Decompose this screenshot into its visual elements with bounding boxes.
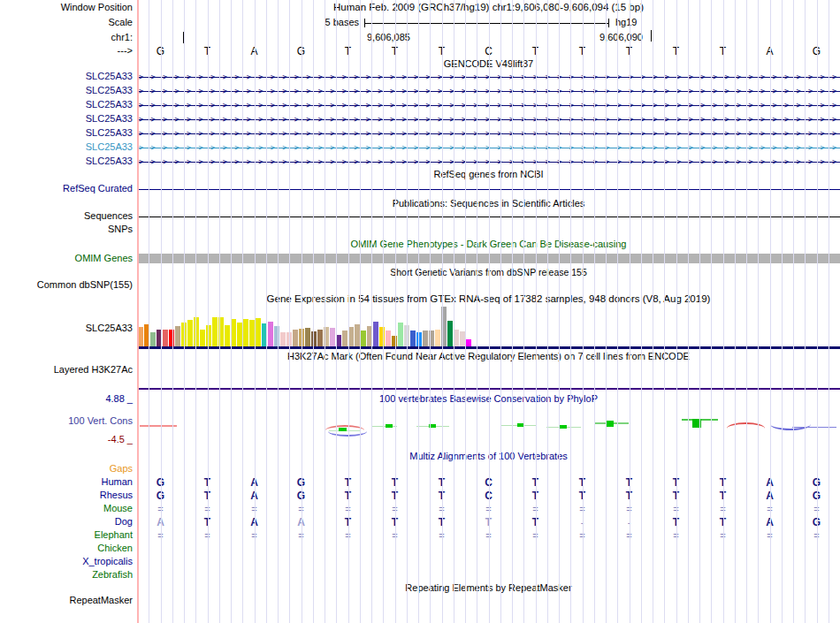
gtex-tissue-bar <box>410 330 416 346</box>
gridline <box>289 0 290 623</box>
conservation-label[interactable]: 100 Vert. Cons <box>0 415 133 427</box>
gridline <box>195 0 196 623</box>
gridline <box>559 0 560 623</box>
gridline <box>805 0 806 623</box>
gridline <box>161 0 162 623</box>
gtex-gene-label[interactable]: SLC25A33 <box>0 323 133 334</box>
gencode-gene-label[interactable]: SLC25A33 <box>0 99 133 110</box>
gridline <box>547 0 548 623</box>
gridline <box>371 0 372 623</box>
gridline <box>500 0 501 623</box>
gtex-tissue-bar <box>423 330 428 346</box>
gtex-tissue-bar <box>317 330 323 346</box>
gridline <box>570 0 571 623</box>
gridline <box>793 0 794 623</box>
gtex-tissue-bar <box>305 328 310 346</box>
gridline <box>630 0 630 623</box>
gencode-gene-label[interactable]: SLC25A33 <box>0 85 133 96</box>
gridline <box>817 0 818 623</box>
gridline <box>711 0 712 623</box>
gencode-gene-label[interactable]: SLC25A33 <box>0 71 133 82</box>
gridline <box>782 0 783 623</box>
gencode-gene-label[interactable]: SLC25A33 <box>0 113 133 125</box>
gridline <box>829 0 829 623</box>
gridline <box>653 0 653 623</box>
scale-assembly: hg19 <box>615 17 637 27</box>
gridline <box>407 0 408 623</box>
gridline <box>746 0 747 623</box>
gtex-tissue-bar <box>187 320 193 346</box>
multiz-species-label[interactable]: X_tropicalis <box>0 556 133 567</box>
gtex-tissue-bar <box>293 330 298 346</box>
gridline <box>184 0 185 623</box>
gtex-tissue-bar <box>330 328 335 346</box>
gridline <box>477 0 477 623</box>
multiz-species-label[interactable]: Mouse <box>0 503 133 514</box>
gridline <box>512 0 513 623</box>
gridline <box>336 0 337 623</box>
gtex-tissue-bar <box>175 326 180 346</box>
gridline <box>770 0 771 623</box>
gtex-tissue-bar <box>200 330 205 346</box>
gridline <box>255 0 256 623</box>
gridline <box>617 0 618 623</box>
gtex-tissue-bar <box>150 332 156 346</box>
gridline <box>735 0 736 623</box>
snps-label[interactable]: SNPs <box>0 224 133 235</box>
gencode-gene-label[interactable]: SLC25A33 <box>0 141 133 153</box>
gtex-tissue-bar <box>274 326 279 346</box>
gridline <box>523 0 524 623</box>
omim-genes-label[interactable]: OMIM Genes <box>0 253 133 264</box>
gridline <box>583 0 584 623</box>
gtex-tissue-bar <box>280 332 286 346</box>
phylop-segment <box>560 425 567 429</box>
scale-bar-right-tick <box>608 19 609 27</box>
gridline <box>313 0 314 623</box>
multiz-species-label[interactable]: Zebrafish <box>0 569 133 581</box>
multiz-species-label[interactable]: Gaps <box>0 463 133 475</box>
gtex-tissue-bar <box>373 322 378 346</box>
gtex-tissue-bar <box>163 330 168 346</box>
conservation-max-value: 4.88 _ <box>0 393 133 405</box>
gtex-tissue-bar <box>447 321 453 346</box>
sequences-label[interactable]: Sequences <box>0 210 133 222</box>
gtex-tissue-bar <box>243 319 248 346</box>
gridline <box>664 0 665 623</box>
gridline <box>442 0 443 623</box>
multiz-species-label[interactable]: Chicken <box>0 543 133 554</box>
scale-label: Scale <box>0 17 133 28</box>
gencode-gene-label[interactable]: SLC25A33 <box>0 156 133 167</box>
window-left-edge-guide <box>137 0 139 623</box>
gridline <box>149 0 149 623</box>
h3k27ac-label[interactable]: Layered H3K27Ac <box>0 364 133 376</box>
gtex-tissue-bar <box>256 318 261 346</box>
gridline <box>688 0 689 623</box>
gencode-gene-label[interactable]: SLC25A33 <box>0 127 133 139</box>
repeatmasker-label[interactable]: RepeatMasker <box>0 595 133 606</box>
gridline <box>278 0 279 623</box>
multiz-species-label[interactable]: Elephant <box>0 529 133 541</box>
phylop-segment <box>606 421 614 427</box>
phylop-segment <box>140 425 177 427</box>
refseq-curated-label[interactable]: RefSeq Curated <box>0 183 133 194</box>
gridline <box>606 0 607 623</box>
phylop-segment <box>792 427 836 428</box>
phylop-segment <box>372 426 397 427</box>
gridline <box>348 0 349 623</box>
gtex-tissue-bar <box>454 330 459 346</box>
gridline <box>489 0 490 623</box>
multiz-species-label[interactable]: Human <box>0 476 133 488</box>
gridline <box>219 0 220 623</box>
gridline <box>231 0 232 623</box>
gridline <box>360 0 361 623</box>
gridline <box>208 0 209 623</box>
multiz-species-label[interactable]: Rhesus <box>0 490 133 501</box>
gtex-tissue-bar <box>398 323 403 346</box>
genome-browser-image: Human Feb. 2009 (GRCh37/hg19) chr1:9,606… <box>0 0 840 623</box>
multiz-species-label[interactable]: Dog <box>0 516 133 528</box>
gridline <box>641 0 642 623</box>
dbsnp-label[interactable]: Common dbSNP(155) <box>0 279 133 291</box>
gridline <box>395 0 396 623</box>
gridline <box>699 0 700 623</box>
gridline <box>418 0 419 623</box>
